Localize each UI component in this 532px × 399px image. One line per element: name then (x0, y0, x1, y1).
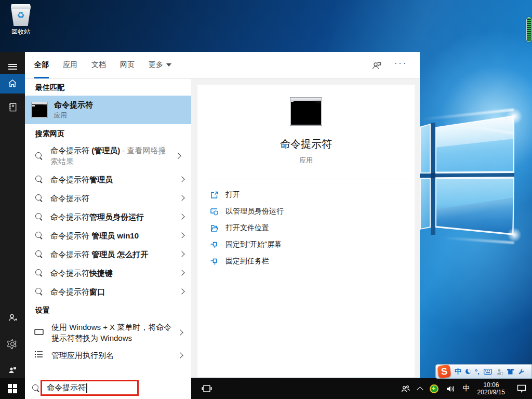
cmd-icon (31, 102, 48, 118)
sidebar-item-home[interactable] (0, 74, 25, 94)
best-match-title: 命令提示符 (54, 100, 93, 110)
section-header-best-match: 最佳匹配 (25, 79, 191, 96)
tab-documents[interactable]: 文档 (91, 52, 106, 78)
soft-keyboard-icon[interactable] (484, 369, 492, 375)
search-detail-panel: 命令提示符 应用 打开 以管理员身份运行 打开文件位置 (197, 85, 415, 377)
web-search-item[interactable]: 命令提示符 (25, 189, 191, 207)
search-icon (32, 384, 40, 392)
action-label: 固定到任务栏 (225, 257, 269, 266)
memory-usage-gauge[interactable] (526, 17, 531, 42)
tab-all-label: 全部 (34, 60, 49, 70)
search-flyout-sidebar (0, 52, 25, 399)
sidebar-item-settings[interactable] (0, 334, 25, 354)
chevron-right-icon (179, 251, 184, 257)
account-add-icon (7, 313, 18, 323)
web-search-item[interactable]: 命令提示符窗口 (25, 282, 191, 301)
sogou-ime-toolbar: S 中 °, (435, 364, 532, 379)
ellipsis-icon[interactable]: ··· (394, 61, 407, 70)
search-icon (35, 152, 43, 160)
query-text: 命令提示符 (50, 269, 89, 277)
people-icon[interactable] (401, 384, 410, 393)
search-flyout-body: 最佳匹配 命令提示符 应用 搜索网页 命令提示符 (管理员) - 查看网络搜索结… (25, 79, 420, 378)
web-search-item[interactable]: 命令提示符 (管理员) - 查看网络搜索结果 (25, 142, 191, 170)
action-open-file-location[interactable]: 打开文件位置 (197, 220, 415, 236)
detail-title: 命令提示符 (280, 137, 332, 151)
ime-indicator[interactable]: 中 (463, 384, 470, 393)
recycle-bin-icon: ♻ (11, 4, 31, 26)
task-view-button[interactable] (195, 378, 218, 399)
query-text: 命令提示符 (50, 287, 89, 296)
action-pin-to-taskbar[interactable]: 固定到任务栏 (197, 253, 415, 270)
best-match-item[interactable]: 命令提示符 应用 (25, 96, 191, 124)
ime-mode-chinese[interactable]: 中 (455, 367, 461, 376)
action-label: 固定到"开始"屏幕 (225, 240, 282, 249)
recycle-bin-shortcut[interactable]: ♻ 回收站 (6, 4, 35, 36)
action-run-as-admin[interactable]: 以管理员身份运行 (197, 203, 415, 220)
chevron-right-icon (179, 288, 184, 294)
action-label: 以管理员身份运行 (225, 207, 284, 216)
clock-time: 10:06 (477, 381, 505, 389)
pin-icon (210, 241, 219, 249)
tab-web[interactable]: 网页 (120, 52, 135, 78)
chevron-right-icon (179, 270, 184, 275)
action-pin-to-start[interactable]: 固定到"开始"屏幕 (197, 236, 415, 253)
detail-subtitle: 应用 (299, 156, 313, 165)
chevron-right-icon (177, 352, 183, 358)
search-icon (35, 213, 43, 221)
taskbar-clock[interactable]: 10:06 2020/9/15 (477, 381, 505, 396)
taskbar-search-input[interactable]: 命令提示符 (47, 383, 86, 393)
text-cursor (86, 383, 87, 393)
cmd-icon-large (290, 97, 322, 126)
run-as-admin-icon (210, 207, 219, 216)
speaker-icon[interactable] (446, 384, 456, 393)
tab-all[interactable]: 全部 (34, 52, 49, 78)
tab-apps-label: 应用 (63, 60, 77, 70)
web-search-item[interactable]: 命令提示符管理员 (25, 170, 191, 189)
tab-web-label: 网页 (120, 60, 135, 70)
pin-icon (210, 257, 219, 266)
chevron-right-icon (177, 329, 183, 335)
desktop: ♻ 回收站 全部 应用 文档 网页 更多 ··· (0, 0, 532, 399)
web-search-item[interactable]: 命令提示符 管理员 怎么打开 (25, 245, 191, 263)
green-security-icon[interactable] (430, 384, 438, 393)
tray-overflow-chevron-icon[interactable] (417, 387, 423, 393)
windows-logo-icon (8, 384, 17, 393)
annotation-highlight-box: 命令提示符 (41, 380, 139, 396)
open-icon (210, 191, 219, 200)
settings-item[interactable]: 管理应用执行别名 (25, 347, 191, 364)
search-icon (35, 232, 43, 240)
toolbox-wrench-icon[interactable] (518, 368, 525, 375)
search-icon (35, 194, 43, 202)
query-bold: 管理员身份运行 (89, 212, 144, 221)
punctuation-icon[interactable]: °, (475, 368, 480, 376)
chevron-right-icon (179, 195, 184, 201)
tab-more[interactable]: 更多 (149, 52, 171, 78)
action-center-icon[interactable] (516, 384, 527, 393)
moon-icon[interactable] (466, 369, 471, 374)
sidebar-item-feedback[interactable] (0, 360, 25, 380)
chevron-right-icon (175, 153, 181, 158)
taskbar-search-area: 命令提示符 (25, 378, 191, 399)
sidebar-item-account[interactable] (0, 308, 25, 328)
query-bold: 快捷键 (89, 269, 113, 277)
settings-item[interactable]: 使用 Windows + X 菜单时，将命令提示符替换为 Windows (25, 318, 191, 347)
account-icon[interactable] (496, 368, 503, 375)
action-open[interactable]: 打开 (197, 187, 415, 203)
tab-apps[interactable]: 应用 (63, 52, 77, 78)
query-text: 命令提示符 (50, 146, 91, 155)
web-search-item[interactable]: 命令提示符快捷键 (25, 263, 191, 282)
journal-icon (8, 102, 18, 112)
clock-date: 2020/9/15 (477, 389, 505, 396)
chevron-down-icon (166, 63, 171, 66)
web-search-item[interactable]: 命令提示符管理员身份运行 (25, 207, 191, 226)
hero-pane-bottom-right (435, 177, 514, 236)
start-button[interactable] (0, 378, 25, 399)
hero-pane-top-left (420, 124, 431, 174)
home-icon (7, 78, 18, 89)
feedback-bubble-icon[interactable] (370, 59, 383, 72)
recycle-bin-label: 回收站 (6, 28, 35, 36)
sogou-logo-icon[interactable]: S (437, 365, 451, 378)
skin-icon[interactable] (507, 369, 514, 375)
web-search-item[interactable]: 命令提示符 管理员 win10 (25, 226, 191, 245)
sidebar-item-journal[interactable] (0, 97, 25, 117)
